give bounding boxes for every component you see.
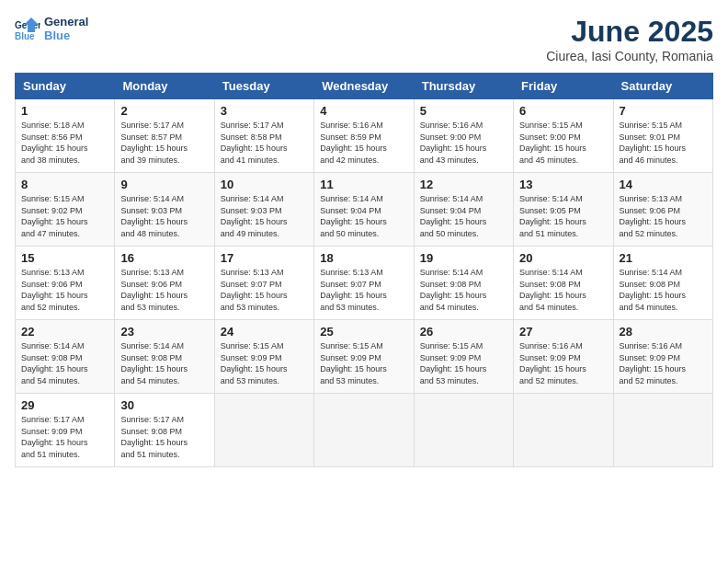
calendar-cell: 17Sunrise: 5:13 AM Sunset: 9:07 PM Dayli…	[214, 247, 313, 320]
day-number: 17	[221, 251, 308, 265]
calendar-cell: 5Sunrise: 5:16 AM Sunset: 9:00 PM Daylig…	[414, 99, 513, 173]
day-info: Sunrise: 5:16 AM Sunset: 8:59 PM Dayligh…	[320, 120, 407, 166]
calendar-cell	[613, 394, 712, 467]
day-info: Sunrise: 5:16 AM Sunset: 9:09 PM Dayligh…	[620, 340, 707, 386]
calendar-cell: 1Sunrise: 5:18 AM Sunset: 8:56 PM Daylig…	[16, 99, 115, 173]
day-info: Sunrise: 5:17 AM Sunset: 9:08 PM Dayligh…	[120, 414, 208, 460]
day-info: Sunrise: 5:14 AM Sunset: 9:03 PM Dayligh…	[120, 193, 208, 239]
calendar-cell: 16Sunrise: 5:13 AM Sunset: 9:06 PM Dayli…	[115, 247, 214, 320]
logo-line1: General	[44, 15, 88, 29]
day-number: 28	[620, 325, 707, 339]
day-number: 15	[21, 251, 108, 265]
day-info: Sunrise: 5:15 AM Sunset: 9:02 PM Dayligh…	[21, 193, 108, 239]
day-number: 30	[120, 398, 208, 412]
day-number: 12	[420, 178, 507, 191]
calendar-header-tuesday: Tuesday	[214, 74, 313, 99]
day-number: 23	[120, 325, 208, 339]
calendar-cell: 9Sunrise: 5:14 AM Sunset: 9:03 PM Daylig…	[115, 173, 214, 247]
calendar-cell: 7Sunrise: 5:15 AM Sunset: 9:01 PM Daylig…	[613, 99, 712, 173]
day-number: 22	[21, 325, 108, 339]
day-number: 25	[320, 325, 407, 339]
day-number: 11	[320, 178, 407, 191]
day-number: 26	[420, 325, 507, 339]
calendar-cell: 4Sunrise: 5:16 AM Sunset: 8:59 PM Daylig…	[314, 99, 414, 173]
week-row-5: 29Sunrise: 5:17 AM Sunset: 9:09 PM Dayli…	[16, 394, 713, 467]
day-number: 6	[519, 104, 607, 118]
day-number: 18	[320, 251, 407, 265]
day-number: 13	[519, 178, 607, 191]
header: General Blue General Blue June 2025 Ciur…	[15, 15, 713, 63]
day-number: 5	[420, 104, 507, 118]
day-number: 16	[120, 251, 208, 265]
calendar-cell	[514, 394, 613, 467]
day-number: 29	[21, 398, 108, 412]
week-row-3: 15Sunrise: 5:13 AM Sunset: 9:06 PM Dayli…	[16, 247, 713, 320]
day-number: 14	[620, 178, 707, 191]
calendar-cell: 28Sunrise: 5:16 AM Sunset: 9:09 PM Dayli…	[613, 320, 712, 394]
calendar-header-row: SundayMondayTuesdayWednesdayThursdayFrid…	[16, 74, 713, 99]
day-number: 2	[120, 104, 208, 118]
day-info: Sunrise: 5:14 AM Sunset: 9:08 PM Dayligh…	[21, 340, 108, 386]
calendar-cell: 26Sunrise: 5:15 AM Sunset: 9:09 PM Dayli…	[414, 320, 513, 394]
subtitle: Ciurea, Iasi County, Romania	[546, 49, 713, 63]
calendar-header-monday: Monday	[115, 74, 214, 99]
logo-icon: General Blue	[15, 16, 40, 41]
day-info: Sunrise: 5:15 AM Sunset: 9:09 PM Dayligh…	[221, 340, 308, 386]
title-area: June 2025 Ciurea, Iasi County, Romania	[546, 15, 713, 63]
day-info: Sunrise: 5:15 AM Sunset: 9:01 PM Dayligh…	[620, 120, 707, 166]
week-row-4: 22Sunrise: 5:14 AM Sunset: 9:08 PM Dayli…	[16, 320, 713, 394]
day-info: Sunrise: 5:14 AM Sunset: 9:08 PM Dayligh…	[120, 340, 208, 386]
day-info: Sunrise: 5:15 AM Sunset: 9:09 PM Dayligh…	[420, 340, 507, 386]
calendar-cell	[414, 394, 513, 467]
day-number: 19	[420, 251, 507, 265]
calendar: SundayMondayTuesdayWednesdayThursdayFrid…	[15, 73, 713, 467]
calendar-header-thursday: Thursday	[414, 74, 513, 99]
calendar-cell: 11Sunrise: 5:14 AM Sunset: 9:04 PM Dayli…	[314, 173, 414, 247]
day-info: Sunrise: 5:14 AM Sunset: 9:08 PM Dayligh…	[519, 267, 607, 313]
day-number: 4	[320, 104, 407, 118]
day-info: Sunrise: 5:13 AM Sunset: 9:07 PM Dayligh…	[320, 267, 407, 313]
day-info: Sunrise: 5:13 AM Sunset: 9:06 PM Dayligh…	[21, 267, 108, 313]
calendar-cell: 18Sunrise: 5:13 AM Sunset: 9:07 PM Dayli…	[314, 247, 414, 320]
day-info: Sunrise: 5:15 AM Sunset: 9:00 PM Dayligh…	[519, 120, 607, 166]
calendar-cell: 19Sunrise: 5:14 AM Sunset: 9:08 PM Dayli…	[414, 247, 513, 320]
day-info: Sunrise: 5:16 AM Sunset: 9:09 PM Dayligh…	[519, 340, 607, 386]
day-number: 8	[21, 178, 108, 191]
day-number: 3	[221, 104, 308, 118]
calendar-cell: 24Sunrise: 5:15 AM Sunset: 9:09 PM Dayli…	[214, 320, 313, 394]
logo-line2: Blue	[44, 29, 88, 42]
calendar-cell: 13Sunrise: 5:14 AM Sunset: 9:05 PM Dayli…	[514, 173, 613, 247]
calendar-cell: 2Sunrise: 5:17 AM Sunset: 8:57 PM Daylig…	[115, 99, 214, 173]
calendar-cell: 6Sunrise: 5:15 AM Sunset: 9:00 PM Daylig…	[514, 99, 613, 173]
calendar-cell: 23Sunrise: 5:14 AM Sunset: 9:08 PM Dayli…	[115, 320, 214, 394]
calendar-header-sunday: Sunday	[16, 74, 115, 99]
day-number: 10	[221, 178, 308, 191]
calendar-cell: 21Sunrise: 5:14 AM Sunset: 9:08 PM Dayli…	[613, 247, 712, 320]
day-info: Sunrise: 5:14 AM Sunset: 9:08 PM Dayligh…	[620, 267, 707, 313]
week-row-2: 8Sunrise: 5:15 AM Sunset: 9:02 PM Daylig…	[16, 173, 713, 247]
main-title: June 2025	[546, 15, 713, 49]
day-info: Sunrise: 5:14 AM Sunset: 9:04 PM Dayligh…	[420, 193, 507, 239]
day-number: 20	[519, 251, 607, 265]
day-info: Sunrise: 5:14 AM Sunset: 9:03 PM Dayligh…	[221, 193, 308, 239]
calendar-cell: 10Sunrise: 5:14 AM Sunset: 9:03 PM Dayli…	[214, 173, 313, 247]
day-number: 27	[519, 325, 607, 339]
calendar-cell: 15Sunrise: 5:13 AM Sunset: 9:06 PM Dayli…	[16, 247, 115, 320]
week-row-1: 1Sunrise: 5:18 AM Sunset: 8:56 PM Daylig…	[16, 99, 713, 173]
calendar-cell: 14Sunrise: 5:13 AM Sunset: 9:06 PM Dayli…	[613, 173, 712, 247]
day-number: 21	[620, 251, 707, 265]
day-info: Sunrise: 5:14 AM Sunset: 9:04 PM Dayligh…	[320, 193, 407, 239]
svg-text:Blue: Blue	[15, 31, 35, 41]
day-info: Sunrise: 5:13 AM Sunset: 9:06 PM Dayligh…	[120, 267, 208, 313]
day-info: Sunrise: 5:17 AM Sunset: 8:57 PM Dayligh…	[120, 120, 208, 166]
day-number: 1	[21, 104, 108, 118]
calendar-header-friday: Friday	[514, 74, 613, 99]
day-info: Sunrise: 5:13 AM Sunset: 9:07 PM Dayligh…	[221, 267, 308, 313]
day-info: Sunrise: 5:13 AM Sunset: 9:06 PM Dayligh…	[620, 193, 707, 239]
calendar-header-wednesday: Wednesday	[314, 74, 414, 99]
calendar-cell: 22Sunrise: 5:14 AM Sunset: 9:08 PM Dayli…	[16, 320, 115, 394]
calendar-cell: 27Sunrise: 5:16 AM Sunset: 9:09 PM Dayli…	[514, 320, 613, 394]
calendar-cell	[214, 394, 313, 467]
calendar-cell: 12Sunrise: 5:14 AM Sunset: 9:04 PM Dayli…	[414, 173, 513, 247]
calendar-cell: 3Sunrise: 5:17 AM Sunset: 8:58 PM Daylig…	[214, 99, 313, 173]
